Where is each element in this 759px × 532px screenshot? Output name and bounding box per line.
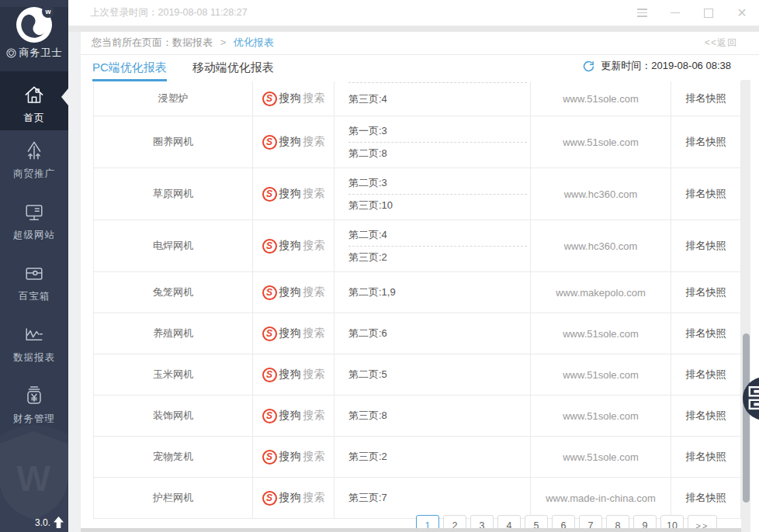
back-link[interactable]: <<返回 — [705, 32, 737, 54]
engine-name: 搜狗 — [279, 239, 301, 253]
sidebar-item-promotion[interactable]: 商贸推广 — [0, 130, 68, 192]
snapshot-link[interactable]: 排名快照 — [671, 272, 740, 313]
snapshot-link[interactable]: 排名快照 — [671, 354, 740, 395]
sogou-s-icon: S — [262, 285, 277, 300]
vertical-scrollbar-thumb[interactable] — [743, 333, 750, 503]
sogou-logo: S搜狗搜索 — [262, 239, 325, 254]
table-row: 宠物笼机S搜狗搜索第三页:2www.51sole.com排名快照 — [94, 437, 740, 478]
keyword-cell: 圈养网机 — [94, 116, 253, 168]
refresh-icon[interactable] — [582, 60, 595, 73]
website-cell: www.51sole.com — [531, 313, 671, 354]
rank-value: 第三页:8 — [348, 405, 527, 427]
horizontal-scrollbar[interactable] — [81, 528, 742, 532]
topbar: 上次登录时间：2019-08-08 11:28:27 ✕ — [68, 0, 759, 26]
keyword-cell: 宠物笼机 — [94, 437, 253, 477]
sogou-s-icon: S — [262, 491, 277, 506]
upgrade-arrow-icon[interactable] — [54, 516, 64, 528]
rank-cell: 第二页:4第三页:2 — [334, 220, 531, 271]
engine-cell: S搜狗搜索 — [253, 354, 334, 395]
data-report-icon — [0, 314, 68, 349]
rank-cell: 第二页:1,9 — [334, 272, 531, 313]
snapshot-link[interactable]: 排名快照 — [671, 313, 740, 354]
rank-value: 第三页:4 — [348, 82, 527, 115]
keyword-cell: 电焊网机 — [94, 220, 253, 271]
update-area: 更新时间：2019-08-06 08:38 — [582, 59, 731, 73]
engine-cell: S搜狗搜索 — [253, 478, 334, 518]
table-row: 草原网机S搜狗搜索第二页:3第三页:10www.hc360.com排名快照 — [94, 168, 740, 220]
engine-name: 搜狗 — [279, 326, 301, 340]
sidebar-item-home[interactable]: 首页 — [0, 71, 68, 130]
sidebar: w 商务卫士 首页商贸推广超级网站百宝箱数据报表财务管理 W 3.0. — [0, 0, 68, 532]
sidebar-item-label: 首页 — [0, 112, 68, 125]
tab-0[interactable]: PC端优化报表 — [92, 55, 167, 81]
website-cell: www.51sole.com — [531, 396, 671, 436]
breadcrumb-current[interactable]: 优化报表 — [234, 36, 274, 48]
engine-name: 搜狗 — [279, 285, 301, 299]
sogou-s-icon: S — [262, 368, 277, 382]
sogou-s-icon: S — [262, 92, 277, 106]
engine-name: 搜狗 — [279, 409, 301, 423]
sogou-logo: S搜狗搜索 — [262, 409, 325, 423]
brand-w-badge-icon: w — [42, 5, 54, 18]
snapshot-link[interactable]: 排名快照 — [671, 116, 740, 168]
rank-cell: 第二页:3第三页:10 — [334, 168, 531, 219]
sidebar-item-data-report[interactable]: 数据报表 — [0, 314, 68, 375]
engine-name-suffix: 搜索 — [303, 285, 325, 299]
sidebar-item-label: 超级网站 — [0, 229, 68, 242]
engine-cell: S搜狗搜索 — [253, 396, 334, 436]
engine-name-suffix: 搜索 — [303, 92, 325, 105]
vertical-scrollbar-track — [741, 80, 750, 532]
minimize-icon[interactable] — [669, 7, 681, 19]
sidebar-item-label: 百宝箱 — [0, 290, 68, 303]
rank-value: 第二页:6 — [348, 323, 527, 344]
engine-name: 搜狗 — [279, 187, 301, 201]
website-cell: www.51sole.com — [531, 116, 671, 168]
table-row: 兔笼网机S搜狗搜索第二页:1,9www.makepolo.com排名快照 — [94, 272, 740, 313]
engine-cell: S搜狗搜索 — [253, 272, 334, 313]
rank-cell: 第三页:7 — [334, 478, 531, 518]
snapshot-link[interactable]: 排名快照 — [671, 168, 740, 219]
content-card: 您当前所在页面：数据报表 > 优化报表 <<返回 PC端优化报表移动端优化报表 … — [81, 32, 759, 532]
engine-name-suffix: 搜索 — [303, 326, 325, 340]
sidebar-item-label: 数据报表 — [0, 351, 68, 364]
keyword-cell: 护栏网机 — [94, 478, 253, 518]
website-cell: www.51sole.com — [531, 437, 671, 477]
top-separator — [68, 26, 759, 32]
engine-cell: S搜狗搜索 — [253, 313, 334, 354]
sidebar-item-label: 财务管理 — [0, 413, 68, 426]
home-icon — [0, 74, 68, 109]
rank-cell: 第二页:5 — [334, 354, 531, 395]
rank-value: 第二页:3 — [348, 172, 527, 194]
promotion-icon — [0, 130, 68, 165]
table-row: 护栏网机S搜狗搜索第三页:7www.made-in-china.com排名快照 — [94, 478, 740, 519]
engine-name-suffix: 搜索 — [303, 491, 325, 505]
engine-cell: S搜狗搜索 — [253, 220, 334, 271]
close-icon[interactable]: ✕ — [736, 7, 748, 19]
sogou-s-icon: S — [262, 326, 277, 341]
menu-icon[interactable] — [636, 7, 648, 19]
maximize-icon[interactable] — [702, 7, 715, 19]
tab-1[interactable]: 移动端优化报表 — [192, 55, 274, 81]
sidebar-item-toolbox[interactable]: 百宝箱 — [0, 253, 68, 314]
keyword-cell: 玉米网机 — [94, 354, 253, 395]
snapshot-link[interactable]: 排名快照 — [671, 81, 740, 116]
keyword-cell: 草原网机 — [94, 168, 253, 219]
sidebar-item-super-website[interactable]: 超级网站 — [0, 192, 68, 253]
engine-name-suffix: 搜索 — [303, 450, 325, 464]
snapshot-link[interactable]: 排名快照 — [671, 478, 740, 518]
sogou-logo: S搜狗搜索 — [262, 187, 325, 202]
breadcrumb: 您当前所在页面：数据报表 > 优化报表 <<返回 — [81, 32, 759, 55]
snapshot-link[interactable]: 排名快照 — [671, 396, 740, 436]
engine-name: 搜狗 — [279, 368, 301, 382]
last-login-label: 上次登录时间：2019-08-08 11:28:27 — [90, 0, 248, 26]
website-cell: www.51sole.com — [531, 354, 671, 395]
rank-value: 第二页:4 — [348, 224, 527, 246]
snapshot-link[interactable]: 排名快照 — [671, 220, 740, 271]
website-cell: www.hc360.com — [531, 220, 671, 271]
brand-name: 商务卫士 — [19, 46, 63, 60]
engine-name: 搜狗 — [279, 491, 301, 505]
rank-value: 第二页:5 — [348, 364, 527, 385]
svg-text:W: W — [16, 458, 51, 499]
snapshot-link[interactable]: 排名快照 — [671, 437, 740, 477]
engine-name-suffix: 搜索 — [303, 409, 325, 423]
